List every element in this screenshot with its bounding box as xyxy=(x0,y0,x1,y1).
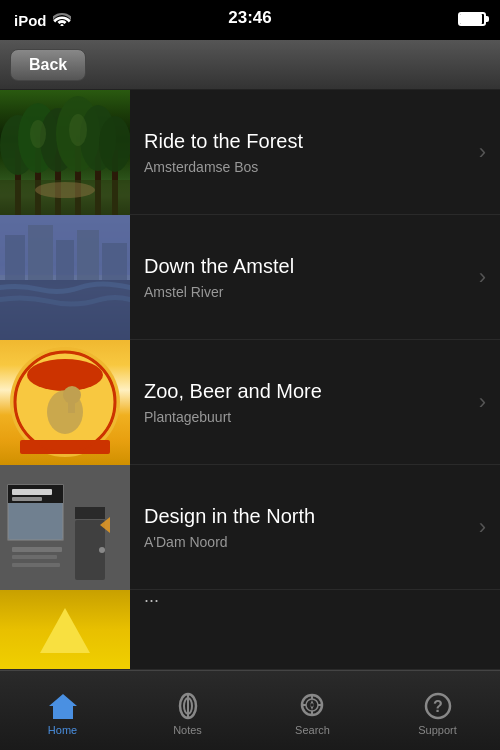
list-item[interactable]: Down the Amstel Amstel River › xyxy=(0,215,500,340)
svg-rect-42 xyxy=(12,547,62,552)
tab-search-label: Search xyxy=(295,724,330,736)
notes-icon xyxy=(177,692,199,720)
chevron-right-icon: › xyxy=(479,139,486,165)
list-content: Design in the North A'Dam Noord xyxy=(130,505,479,550)
svg-rect-28 xyxy=(32,368,98,382)
svg-point-16 xyxy=(69,114,87,146)
list-title: Down the Amstel xyxy=(144,255,465,278)
search-icon xyxy=(299,692,327,720)
back-button[interactable]: Back xyxy=(10,49,86,81)
list-title: Ride to the Forest xyxy=(144,130,465,153)
home-icon xyxy=(48,692,78,720)
list-item-partial[interactable]: ··· xyxy=(0,590,500,670)
list-title: Design in the North xyxy=(144,505,465,528)
triangle-icon xyxy=(40,608,90,653)
list-item[interactable]: Design in the North A'Dam Noord › xyxy=(0,465,500,590)
svg-rect-45 xyxy=(75,507,105,519)
status-bar: iPod 23:46 xyxy=(0,0,500,40)
wifi-icon xyxy=(53,12,71,29)
svg-point-12 xyxy=(99,116,130,172)
support-icon: ? xyxy=(424,692,452,720)
svg-point-0 xyxy=(60,24,63,26)
svg-rect-20 xyxy=(28,225,53,280)
status-time: 23:46 xyxy=(228,8,271,28)
tab-home-label: Home xyxy=(48,724,77,736)
list-content: Down the Amstel Amstel River xyxy=(130,255,479,300)
svg-marker-59 xyxy=(310,705,314,710)
device-label: iPod xyxy=(14,12,47,29)
list-subtitle: Amsterdamse Bos xyxy=(144,159,465,175)
tab-support-label: Support xyxy=(418,724,457,736)
list-subtitle: A'Dam Noord xyxy=(144,534,465,550)
svg-rect-38 xyxy=(12,489,52,495)
svg-rect-23 xyxy=(102,243,127,280)
list-title: Zoo, Beer and More xyxy=(144,380,465,403)
svg-rect-19 xyxy=(5,235,25,280)
chevron-right-icon: › xyxy=(479,264,486,290)
svg-rect-31 xyxy=(68,395,75,413)
tab-notes[interactable]: Notes xyxy=(125,671,250,750)
svg-text:?: ? xyxy=(433,698,443,715)
svg-point-41 xyxy=(99,547,105,553)
list-thumb-partial xyxy=(0,590,130,670)
list-item[interactable]: Zoo, Beer and More Plantagebuurt › xyxy=(0,340,500,465)
chevron-right-icon: › xyxy=(479,514,486,540)
svg-point-14 xyxy=(35,182,95,198)
list-subtitle: Amstel River xyxy=(144,284,465,300)
status-left: iPod xyxy=(14,12,71,29)
tab-support[interactable]: ? Support xyxy=(375,671,500,750)
svg-rect-43 xyxy=(12,555,57,559)
tab-home[interactable]: Home xyxy=(0,671,125,750)
list-subtitle: Plantagebuurt xyxy=(144,409,465,425)
list-thumb-zoo xyxy=(0,340,130,465)
svg-rect-21 xyxy=(56,240,74,280)
list-title-partial: ··· xyxy=(144,590,486,611)
svg-rect-39 xyxy=(12,497,42,501)
tab-notes-label: Notes xyxy=(173,724,202,736)
content-area: Ride to the Forest Amsterdamse Bos › xyxy=(0,90,500,670)
chevron-right-icon: › xyxy=(479,389,486,415)
list-thumb-north xyxy=(0,465,130,590)
svg-point-15 xyxy=(30,120,46,148)
list-item[interactable]: Ride to the Forest Amsterdamse Bos › xyxy=(0,90,500,215)
list-thumb-amstel xyxy=(0,215,130,340)
svg-marker-58 xyxy=(310,700,314,705)
svg-rect-44 xyxy=(12,563,60,567)
svg-rect-48 xyxy=(59,710,67,719)
tab-search[interactable]: Search xyxy=(250,671,375,750)
list-thumb-forest xyxy=(0,90,130,215)
list-content: Ride to the Forest Amsterdamse Bos xyxy=(130,130,479,175)
tab-bar: Home Notes Search ? Suppor xyxy=(0,670,500,750)
list-content: Zoo, Beer and More Plantagebuurt xyxy=(130,380,479,425)
svg-rect-22 xyxy=(77,230,99,280)
battery-indicator xyxy=(458,12,486,29)
list-content-partial: ··· xyxy=(130,590,500,617)
nav-bar: Back xyxy=(0,40,500,90)
